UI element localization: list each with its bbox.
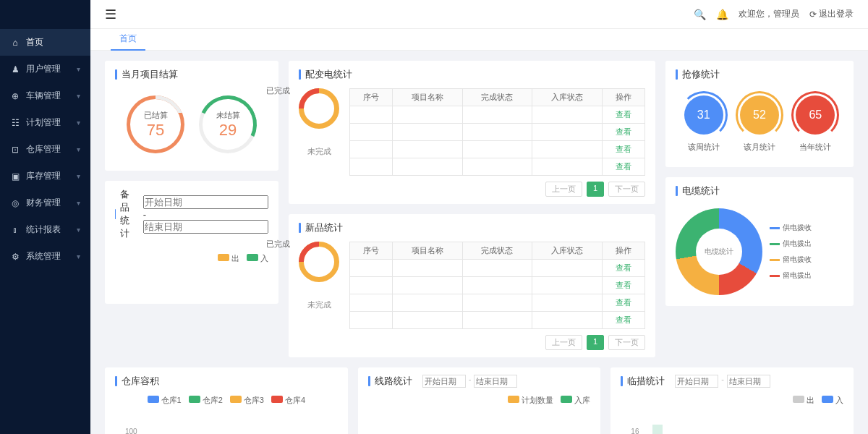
legend-in: 入 [247,253,268,264]
pager-prev[interactable]: 上一页 [545,182,582,197]
card-distribution: 配变电统计 已完成 未完成 [289,61,655,204]
tabs: 首页 [90,29,868,51]
card-title: 电缆统计 [676,184,843,197]
spare-start-date[interactable] [143,195,268,209]
card-spare: 备品统计 - 出 入 [105,181,278,304]
donut-distribution: 已完成 未完成 [299,88,339,197]
card-title: 临措统计 - [621,375,843,388]
pager-prev[interactable]: 上一页 [545,335,582,350]
spare-end-date[interactable] [143,220,268,234]
sidebar-item-system[interactable]: ⚙系统管理 ▾ [0,243,90,270]
menu-collapse-icon[interactable]: ☰ [105,7,116,22]
card-temp: 临措统计 - 出 入 1612 [610,367,854,434]
table-newprod: 序号 项目名称 完成状态 入库状态 操作 查看 查看 [349,242,645,329]
view-link[interactable]: 查看 [616,162,631,171]
view-link[interactable]: 查看 [616,127,631,136]
temp-end-date[interactable] [727,375,770,388]
home-icon: ⌂ [10,38,20,48]
box-icon: ▣ [10,171,20,182]
pager-next[interactable]: 下一页 [608,182,645,197]
chevron-down-icon: ▾ [77,199,80,207]
chart-icon: ⫾ [10,225,20,235]
view-link[interactable]: 查看 [616,298,631,307]
topbar: ☰ 🔍 🔔 欢迎您，管理员 ⟳退出登录 [90,0,868,29]
logo [0,0,90,29]
sidebar-item-label: 库存管理 [26,170,61,182]
card-title: 新品统计 [299,221,645,234]
gear-icon: ⚙ [10,252,20,262]
table-row: 查看 [350,294,645,312]
sidebar-item-warehouse[interactable]: ⊡仓库管理 ▾ [0,136,90,163]
search-icon[interactable]: 🔍 [694,9,706,20]
chevron-down-icon: ▾ [77,252,80,260]
logout-icon: ⟳ [809,9,817,20]
sidebar-item-label: 仓库管理 [26,143,61,156]
sidebar-item-label: 用户管理 [26,63,61,75]
sidebar: ⌂首页 ♟用户管理 ▾ ⊕车辆管理 ▾ ☷计划管理 ▾ ⊡仓库管理 ▾ ▣库存管… [0,0,90,434]
pager-page[interactable]: 1 [587,182,604,197]
logout-button[interactable]: ⟳退出登录 [809,8,854,20]
sidebar-item-vehicle[interactable]: ⊕车辆管理 ▾ [0,82,90,109]
legend-out: 出 [218,253,239,264]
car-icon: ⊕ [10,91,20,101]
view-link[interactable]: 查看 [616,145,631,153]
user-icon: ♟ [10,64,20,75]
card-title: 抢修统计 [676,68,843,81]
sidebar-item-label: 首页 [26,36,43,48]
chevron-down-icon: ▾ [77,172,80,180]
ring-settled: 已结算 75 [127,95,184,153]
pager-next[interactable]: 下一页 [608,335,645,350]
line-start-date[interactable] [422,375,466,388]
sidebar-item-report[interactable]: ⫾统计报表 ▾ [0,216,90,243]
table-row: 查看 [350,158,645,176]
sidebar-item-home[interactable]: ⌂首页 [0,29,90,56]
chevron-down-icon: ▾ [77,119,80,127]
chevron-down-icon: ▾ [77,65,80,73]
sidebar-item-label: 财务管理 [26,197,61,209]
card-newprod: 新品统计 已完成 未完成 [289,214,655,357]
chevron-down-icon: ▾ [77,92,80,100]
sidebar-item-inventory[interactable]: ▣库存管理 ▾ [0,163,90,190]
sidebar-item-finance[interactable]: ◎财务管理 ▾ [0,190,90,216]
warehouse-icon: ⊡ [10,145,20,155]
sidebar-item-label: 系统管理 [26,250,61,263]
table-row: 查看 [350,260,645,277]
tab-home[interactable]: 首页 [111,28,145,51]
donut-newprod: 已完成 未完成 [299,242,339,350]
repair-year: 65 当年统计 [796,95,835,153]
sidebar-item-user[interactable]: ♟用户管理 ▾ [0,56,90,82]
temp-start-date[interactable] [675,375,718,388]
card-title: 当月项目结算 [115,68,268,81]
table-row: 查看 [350,277,645,294]
card-title: 备品统计 - [115,188,268,240]
table-row: 查看 [350,312,645,329]
chevron-down-icon: ▾ [77,226,80,234]
card-warehouse: 仓库容积 仓库1 仓库2 仓库3 仓库4 10080 [105,367,348,434]
card-title: 线路统计 - [368,375,591,388]
card-cable: 电缆统计 电缆统计 供电拨收 供电拨出 留电拨收 留电拨出 [665,177,854,306]
chart-line: 100 [368,410,591,434]
greeting-text: 欢迎您，管理员 [739,8,799,20]
card-title: 仓库容积 [115,375,338,388]
sidebar-item-label: 统计报表 [26,224,61,236]
card-settlement: 当月项目结算 已结算 75 未结算 29 [105,61,278,171]
pager-page[interactable]: 1 [587,335,604,350]
money-icon: ◎ [10,198,20,208]
table-row: 查看 [350,141,645,158]
sidebar-item-plan[interactable]: ☷计划管理 ▾ [0,109,90,136]
table-row: 查看 [350,106,645,124]
line-end-date[interactable] [474,375,517,388]
view-link[interactable]: 查看 [616,110,631,119]
sidebar-item-label: 车辆管理 [26,90,61,102]
card-title: 配变电统计 [299,68,645,81]
repair-month: 52 该月统计 [740,95,779,153]
bell-icon[interactable]: 🔔 [716,9,728,20]
card-line: 线路统计 - 计划数量 入库 100 [358,367,601,434]
chart-warehouse: 10080 [115,410,338,434]
cable-legend: 供电拨收 供电拨出 留电拨收 留电拨出 [770,223,812,281]
view-link[interactable]: 查看 [616,315,631,324]
donut-cable: 电缆统计 [676,208,762,295]
table-row: 查看 [350,124,645,141]
view-link[interactable]: 查看 [616,281,631,289]
view-link[interactable]: 查看 [616,263,631,272]
